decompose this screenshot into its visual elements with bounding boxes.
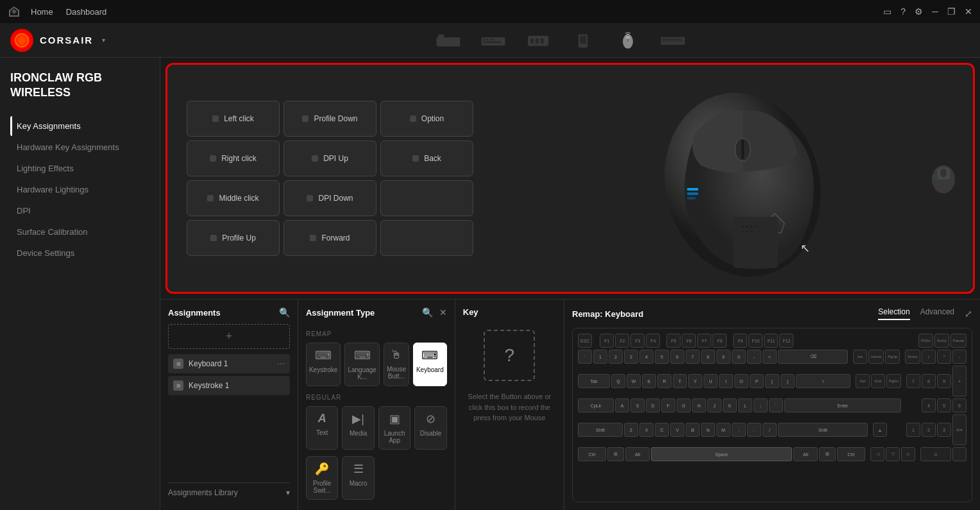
key-lalt[interactable]: Alt bbox=[625, 447, 650, 461]
key-4[interactable]: 4 bbox=[639, 350, 654, 364]
dpi-down-button[interactable]: DPI Down bbox=[283, 180, 376, 216]
key-l[interactable]: L bbox=[738, 398, 752, 412]
sidebar-item-device-settings[interactable]: Device Settings bbox=[10, 243, 149, 263]
key-8[interactable]: 8 bbox=[701, 350, 715, 364]
key-f4[interactable]: F4 bbox=[646, 334, 660, 348]
key-numdot[interactable]: . bbox=[952, 447, 967, 461]
key-home[interactable]: Home bbox=[868, 350, 884, 364]
key-7[interactable]: 7 bbox=[686, 350, 700, 364]
brand-logo[interactable]: CORSAIR ▾ bbox=[10, 29, 139, 52]
key-1[interactable]: 1 bbox=[593, 350, 607, 364]
tab-selection[interactable]: Selection bbox=[878, 307, 909, 320]
key-f12[interactable]: F12 bbox=[779, 334, 793, 348]
key-numminus[interactable]: - bbox=[952, 350, 967, 364]
right-click-button[interactable]: Right click bbox=[187, 140, 280, 176]
key-right[interactable]: ▷ bbox=[901, 447, 915, 461]
add-assignment-button[interactable]: + bbox=[168, 324, 290, 349]
key-lctrl[interactable]: Ctrl bbox=[578, 447, 606, 461]
key-f5[interactable]: F5 bbox=[666, 334, 680, 348]
key-enter[interactable]: Enter bbox=[784, 398, 901, 412]
help-icon[interactable]: ? bbox=[900, 6, 906, 17]
key-z[interactable]: Z bbox=[624, 423, 638, 437]
forward-button[interactable]: Forward bbox=[283, 220, 376, 256]
key-m[interactable]: M bbox=[716, 423, 731, 437]
dpi-up-button[interactable]: DPI Up bbox=[283, 140, 376, 176]
close-button[interactable]: ✕ bbox=[965, 6, 972, 17]
key-f8[interactable]: F8 bbox=[713, 334, 727, 348]
assignments-search-icon[interactable]: 🔍 bbox=[279, 307, 290, 318]
window-icon[interactable]: ▭ bbox=[883, 6, 891, 17]
key-rwin[interactable]: ⊞ bbox=[819, 447, 836, 461]
key-capslock[interactable]: CpLk bbox=[578, 398, 614, 412]
type-media[interactable]: ▶| Media bbox=[342, 406, 374, 450]
key-a[interactable]: A bbox=[615, 398, 629, 412]
key-num2[interactable]: 2 bbox=[922, 423, 936, 437]
device-icon-6[interactable] bbox=[660, 31, 686, 49]
key-0[interactable]: 0 bbox=[732, 350, 746, 364]
key-6[interactable]: 6 bbox=[670, 350, 684, 364]
nav-dashboard[interactable]: Dashboard bbox=[66, 7, 107, 17]
type-mouse-butt[interactable]: 🖱 Mouse Butt... bbox=[384, 343, 409, 386]
back-button[interactable]: Back bbox=[380, 140, 473, 176]
key-rshift[interactable]: Shift bbox=[778, 423, 868, 437]
key-num6[interactable]: 6 bbox=[952, 398, 967, 412]
key-f11[interactable]: F11 bbox=[764, 334, 778, 348]
sidebar-item-key-assignments[interactable]: Key Assignments bbox=[10, 116, 149, 136]
key-f6[interactable]: F6 bbox=[682, 334, 696, 348]
device-icon-mouse[interactable] bbox=[615, 31, 641, 49]
key-numplus[interactable]: + bbox=[952, 366, 967, 396]
key-num1[interactable]: 1 bbox=[906, 423, 920, 437]
key-h[interactable]: H bbox=[692, 398, 706, 412]
assignment-type-search-icon[interactable]: 🔍 bbox=[422, 307, 433, 318]
key-rbracket[interactable]: ] bbox=[781, 374, 795, 388]
key-equals[interactable]: = bbox=[763, 350, 777, 364]
key-del[interactable]: Del bbox=[856, 374, 870, 388]
brand-dropdown-icon[interactable]: ▾ bbox=[102, 37, 105, 44]
type-keystroke[interactable]: ⌨ Keystroke bbox=[306, 343, 341, 386]
key-b[interactable]: B bbox=[686, 423, 700, 437]
key-num9[interactable]: 9 bbox=[937, 374, 951, 388]
key-5[interactable]: 5 bbox=[655, 350, 669, 364]
key-num4[interactable]: 4 bbox=[922, 398, 936, 412]
key-lshift[interactable]: Shift bbox=[578, 423, 623, 437]
key-y[interactable]: Y bbox=[688, 374, 702, 388]
key-pgdn[interactable]: PgDn bbox=[886, 374, 901, 388]
key-s[interactable]: S bbox=[630, 398, 645, 412]
key-3[interactable]: 3 bbox=[624, 350, 638, 364]
device-icon-3[interactable] bbox=[525, 31, 551, 49]
key-numenter[interactable]: Ent bbox=[952, 414, 967, 445]
key-backslash[interactable]: \ bbox=[796, 374, 850, 388]
key-f3[interactable]: F3 bbox=[630, 334, 645, 348]
key-f[interactable]: F bbox=[661, 398, 675, 412]
key-comma[interactable]: , bbox=[732, 423, 746, 437]
type-text[interactable]: A Text bbox=[306, 406, 338, 450]
key-numlock[interactable]: NmLk bbox=[905, 350, 920, 364]
sidebar-item-lighting[interactable]: Lighting Effects bbox=[10, 158, 149, 178]
key-backspace[interactable]: ⌫ bbox=[778, 350, 848, 364]
type-keyboard[interactable]: ⌨ Keyboard bbox=[413, 343, 447, 386]
type-launch-app[interactable]: ▣ Launch App bbox=[378, 406, 410, 450]
device-icon-2[interactable] bbox=[480, 31, 506, 49]
sidebar-item-hardware-key[interactable]: Hardware Key Assignments bbox=[10, 137, 149, 157]
key-p[interactable]: P bbox=[750, 374, 764, 388]
sidebar-item-surface[interactable]: Surface Calibration bbox=[10, 222, 149, 242]
key-v[interactable]: V bbox=[670, 423, 684, 437]
type-macro[interactable]: ☰ Macro bbox=[342, 456, 374, 500]
key-u[interactable]: U bbox=[704, 374, 718, 388]
assignment-item-keystroke1[interactable]: ⊞ Keystroke 1 bbox=[168, 376, 290, 395]
key-i[interactable]: I bbox=[719, 374, 733, 388]
key-2[interactable]: 2 bbox=[609, 350, 623, 364]
key-scrlk[interactable]: ScrLk bbox=[934, 334, 949, 348]
key-c[interactable]: C bbox=[655, 423, 669, 437]
key-slash[interactable]: / bbox=[763, 423, 777, 437]
assignment-item-keyboard1[interactable]: ⊞ Keyboard 1 ⋯ bbox=[168, 354, 290, 373]
type-profile-switch[interactable]: 🔑 Profile Swit... bbox=[306, 456, 338, 500]
key-num5[interactable]: 5 bbox=[937, 398, 951, 412]
key-question-box[interactable]: ? bbox=[484, 330, 535, 381]
key-rctrl[interactable]: Ctrl bbox=[837, 447, 865, 461]
profile-down-button[interactable]: Profile Down bbox=[283, 101, 376, 137]
key-f1[interactable]: F1 bbox=[600, 334, 614, 348]
key-o[interactable]: O bbox=[734, 374, 748, 388]
type-disable[interactable]: ⊘ Disable bbox=[414, 406, 446, 450]
key-num3[interactable]: 3 bbox=[937, 423, 951, 437]
